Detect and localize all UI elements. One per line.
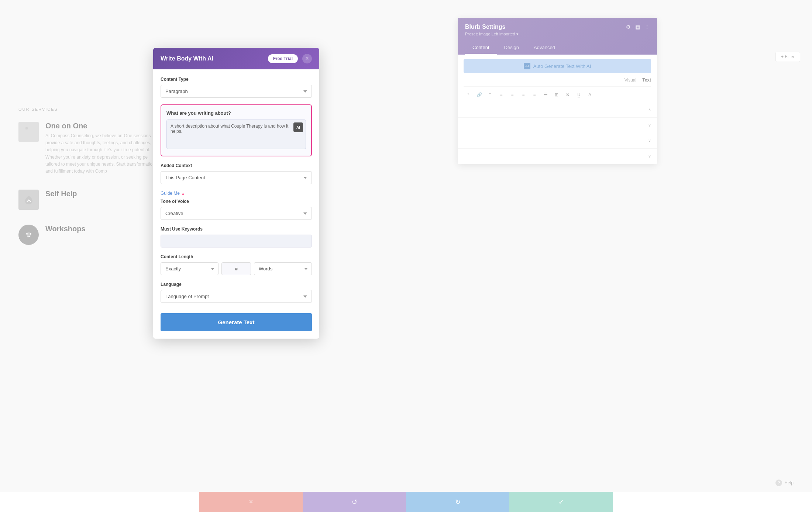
language-select[interactable]: Language of Prompt xyxy=(161,290,312,303)
ai-modal-header: Write Body With AI Free Trial × xyxy=(153,48,319,69)
added-context-group: Added Context This Page Content xyxy=(161,163,312,184)
content-length-row: Exactly Words xyxy=(161,262,312,275)
textarea-wrapper: A short description about what Couple Th… xyxy=(166,120,306,151)
ai-modal-title: Write Body With AI xyxy=(161,55,213,62)
content-type-label: Content Type xyxy=(161,77,312,82)
free-trial-badge[interactable]: Free Trial xyxy=(268,54,298,63)
keywords-group: Must Use Keywords xyxy=(161,226,312,248)
added-context-select[interactable]: This Page Content xyxy=(161,171,312,184)
tone-group: Tone of Voice Creative xyxy=(161,199,312,220)
length-words-select[interactable]: Words xyxy=(254,262,312,275)
content-length-group: Content Length Exactly Words xyxy=(161,254,312,275)
language-label: Language xyxy=(161,282,312,287)
added-context-label: Added Context xyxy=(161,163,312,168)
tone-label: Tone of Voice xyxy=(161,199,312,204)
content-type-group: Content Type Paragraph xyxy=(161,77,312,98)
guide-me-arrow-icon: ▲ xyxy=(181,191,185,196)
ai-modal: Write Body With AI Free Trial × Content … xyxy=(153,48,319,339)
background-overlay xyxy=(0,0,812,512)
ai-modal-header-right: Free Trial × xyxy=(268,54,312,63)
guide-me-label: Guide Me xyxy=(161,191,180,196)
content-type-select[interactable]: Paragraph xyxy=(161,85,312,98)
length-number-input[interactable] xyxy=(221,262,251,275)
keywords-label: Must Use Keywords xyxy=(161,226,312,232)
language-group: Language Language of Prompt xyxy=(161,282,312,303)
close-button[interactable]: × xyxy=(302,54,312,63)
ai-generate-icon[interactable]: AI xyxy=(293,122,303,132)
generate-text-button[interactable]: Generate Text xyxy=(161,313,312,331)
guide-me-link[interactable]: Guide Me ▲ xyxy=(161,191,312,196)
tone-select[interactable]: Creative xyxy=(161,207,312,220)
ai-modal-body: Content Type Paragraph What are you writ… xyxy=(153,69,319,339)
writing-textarea[interactable]: A short description about what Couple Th… xyxy=(166,120,306,149)
writing-label: What are you writing about? xyxy=(166,110,306,116)
content-length-label: Content Length xyxy=(161,254,312,259)
keywords-input[interactable] xyxy=(161,235,312,248)
length-exactly-select[interactable]: Exactly xyxy=(161,262,219,275)
writing-section: What are you writing about? A short desc… xyxy=(161,104,312,156)
